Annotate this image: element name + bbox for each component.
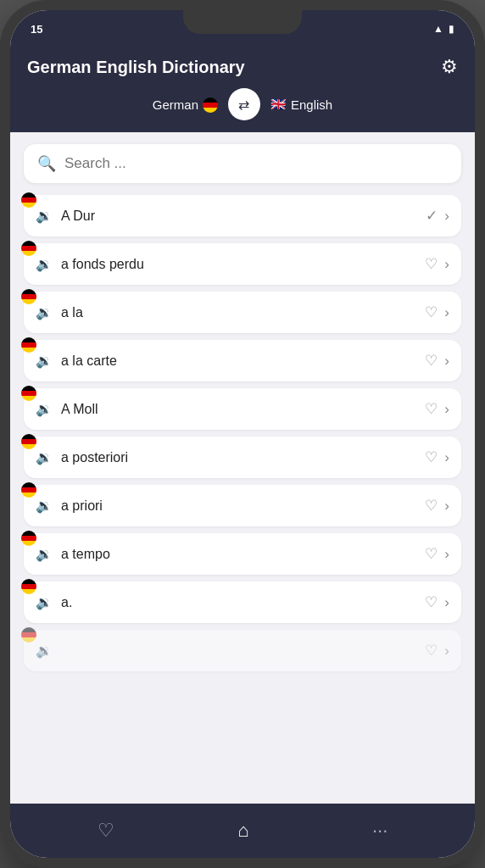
favorites-icon: ♡ xyxy=(98,820,114,842)
word-text: a priori xyxy=(61,498,425,514)
word-text: a la carte xyxy=(61,353,425,369)
search-bar: 🔍 xyxy=(24,144,461,183)
from-flag-icon xyxy=(203,96,218,112)
flag-badge xyxy=(20,337,37,353)
favorite-icon[interactable]: ♡ xyxy=(425,352,438,370)
from-language-label: German xyxy=(153,96,218,112)
speaker-icon[interactable]: 🔉 xyxy=(36,498,53,514)
list-item[interactable]: 🔉 a priori ♡ › xyxy=(24,485,461,526)
flag-badge xyxy=(20,433,37,450)
phone-screen: 15 ▲ ▮ German English Dictionary ⚙ Germa… xyxy=(10,10,475,858)
list-item[interactable]: 🔉 a fonds perdu ♡ › xyxy=(24,243,461,285)
chevron-right-icon[interactable]: › xyxy=(444,304,449,321)
chevron-right-icon[interactable]: › xyxy=(444,353,449,370)
search-input[interactable] xyxy=(64,155,448,172)
chevron-right-icon[interactable]: › xyxy=(444,256,449,273)
favorite-icon[interactable]: ♡ xyxy=(425,497,438,515)
favorite-icon[interactable]: ✓ xyxy=(426,207,438,225)
speaker-icon[interactable]: 🔉 xyxy=(36,304,53,320)
search-section: 🔍 xyxy=(10,132,475,190)
chevron-right-icon[interactable]: › xyxy=(444,546,449,563)
status-bar: 15 ▲ ▮ xyxy=(10,10,475,47)
list-item[interactable]: 🔉 a posteriori ♡ › xyxy=(24,437,461,478)
item-actions: ♡ › xyxy=(425,497,449,515)
nav-item-more[interactable]: ··· xyxy=(372,820,387,842)
flag-badge xyxy=(20,385,37,402)
favorite-icon[interactable]: ♡ xyxy=(425,255,438,273)
list-item: 🔉 ♡ › xyxy=(24,630,461,671)
item-actions: ♡ › xyxy=(425,545,449,563)
speaker-icon[interactable]: 🔉 xyxy=(36,401,53,417)
item-actions: ♡ › xyxy=(425,593,449,611)
word-text: A Dur xyxy=(61,209,426,224)
notch xyxy=(183,10,302,34)
speaker-icon[interactable]: 🔉 xyxy=(36,594,53,610)
to-language-text: English xyxy=(291,97,332,112)
item-actions: ♡ › xyxy=(425,642,449,659)
chevron-right-icon[interactable]: › xyxy=(444,449,449,466)
speaker-icon[interactable]: 🔉 xyxy=(36,546,53,562)
speaker-icon[interactable]: 🔉 xyxy=(36,449,53,465)
to-language-label: 🇬🇧 English xyxy=(270,97,332,112)
flag-badge xyxy=(20,481,37,498)
search-icon: 🔍 xyxy=(37,154,56,173)
nav-item-home[interactable]: ⌂ xyxy=(237,820,248,842)
favorite-icon[interactable]: ♡ xyxy=(425,545,438,563)
item-actions: ♡ › xyxy=(425,303,449,321)
favorite-icon[interactable]: ♡ xyxy=(425,303,438,321)
app-title-row: German English Dictionary ⚙ xyxy=(27,56,458,78)
status-icons: ▲ ▮ xyxy=(433,23,454,35)
home-icon: ⌂ xyxy=(237,820,248,842)
flag-badge xyxy=(20,578,37,595)
item-actions: ✓ › xyxy=(426,207,449,225)
item-actions: ♡ › xyxy=(425,352,449,370)
app-header: German English Dictionary ⚙ German ⇄ xyxy=(10,47,475,132)
list-item[interactable]: 🔉 A Moll ♡ › xyxy=(24,388,461,430)
word-list: 🔉 A Dur ✓ › 🔉 a fonds perdu ♡ › xyxy=(10,190,475,804)
favorite-icon: ♡ xyxy=(425,642,438,659)
switch-languages-button[interactable]: ⇄ xyxy=(228,88,260,120)
list-item[interactable]: 🔉 a tempo ♡ › xyxy=(24,533,461,575)
favorite-icon[interactable]: ♡ xyxy=(425,593,438,611)
chevron-right-icon[interactable]: › xyxy=(444,594,449,611)
item-actions: ♡ › xyxy=(425,448,449,466)
to-flag-icon: 🇬🇧 xyxy=(270,97,287,112)
battery-icon: ▮ xyxy=(449,23,454,35)
list-item[interactable]: 🔉 A Dur ✓ › xyxy=(24,195,461,236)
phone-frame: 15 ▲ ▮ German English Dictionary ⚙ Germa… xyxy=(0,0,485,868)
list-item[interactable]: 🔉 a. ♡ › xyxy=(24,581,461,623)
more-icon: ··· xyxy=(372,820,387,842)
list-item[interactable]: 🔉 a la carte ♡ › xyxy=(24,340,461,381)
settings-icon[interactable]: ⚙ xyxy=(441,56,458,78)
word-text: A Moll xyxy=(61,402,425,417)
word-text: a tempo xyxy=(61,547,425,562)
status-time: 15 xyxy=(31,23,42,36)
chevron-right-icon[interactable]: › xyxy=(444,401,449,418)
item-actions: ♡ › xyxy=(425,255,449,273)
app-title: German English Dictionary xyxy=(27,58,245,77)
signal-icon: ▲ xyxy=(433,23,443,35)
item-actions: ♡ › xyxy=(425,400,449,418)
speaker-icon[interactable]: 🔉 xyxy=(36,353,53,369)
chevron-right-icon[interactable]: › xyxy=(444,208,449,225)
flag-badge xyxy=(20,240,37,257)
lang-switcher: German ⇄ 🇬🇧 English xyxy=(27,88,458,120)
flag-badge xyxy=(20,626,37,643)
flag-badge xyxy=(20,530,37,547)
speaker-icon[interactable]: 🔉 xyxy=(36,256,53,272)
list-item[interactable]: 🔉 a la ♡ › xyxy=(24,292,461,333)
word-text: a posteriori xyxy=(61,450,425,465)
speaker-icon[interactable]: 🔉 xyxy=(36,208,53,224)
chevron-right-icon[interactable]: › xyxy=(444,498,449,515)
favorite-icon[interactable]: ♡ xyxy=(425,400,438,418)
speaker-icon: 🔉 xyxy=(36,643,53,659)
flag-badge xyxy=(20,192,37,209)
flag-badge xyxy=(20,288,37,305)
favorite-icon[interactable]: ♡ xyxy=(425,448,438,466)
word-text: a. xyxy=(61,595,425,610)
chevron-right-icon: › xyxy=(444,643,449,659)
bottom-nav: ♡ ⌂ ··· xyxy=(10,804,475,858)
word-text: a fonds perdu xyxy=(61,257,425,272)
nav-item-favorites[interactable]: ♡ xyxy=(98,820,114,842)
from-language-text: German xyxy=(153,97,198,112)
